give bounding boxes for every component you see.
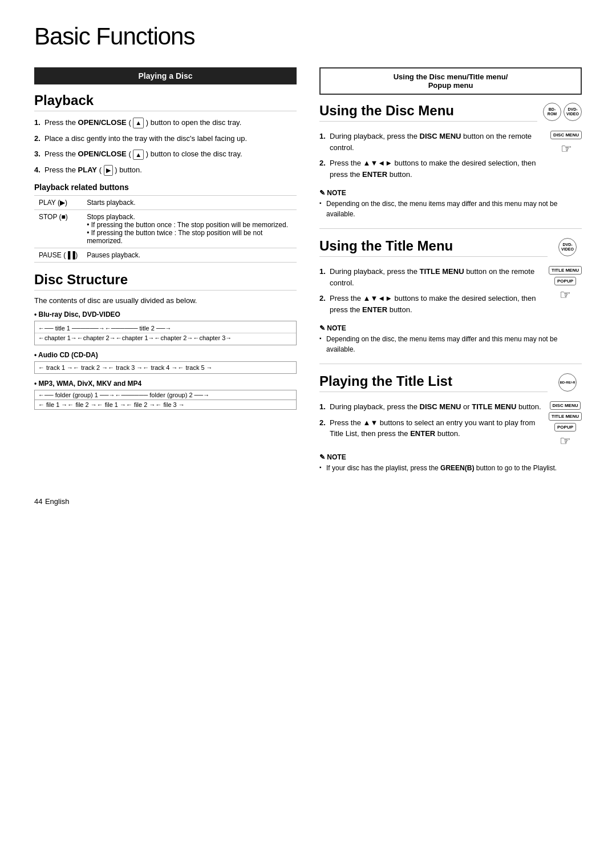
bluray-row-2: ←chapter 1→←chapter 2→←chapter 1→←chapte… [35,333,296,342]
disc-menu-icons: BD-ROM DVD-VIDEO [543,103,582,121]
mp3-row-1: ←── folder (group) 1 ──→←────── folder (… [34,390,297,400]
step-2: Place a disc gently into the tray with t… [34,133,297,144]
playback-table: PLAY (▶) Starts playback. STOP (■) Stops… [34,195,297,263]
table-row: PAUSE (▐▐) Pauses playback. [34,248,297,262]
title-menu-step-1: During playback, press the TITLE MENU bu… [319,266,543,288]
mp3-label: • MP3, WMA, DivX, MKV and MP4 [34,380,297,388]
step-4: Press the PLAY ( ▶ ) button. [34,164,297,176]
table-row: STOP (■) Stops playback. • If pressing t… [34,209,297,248]
play-value: Starts playback. [82,195,297,209]
title-menu-steps: During playback, press the TITLE MENU bu… [319,266,543,315]
playback-heading: Playback [34,92,297,111]
page-number: 44 English [34,496,582,506]
disc-structure-heading: Disc Structure [34,272,297,291]
related-buttons-heading: Playback related buttons [34,183,297,192]
mp3-row-2: ← file 1 →← file 2 →← file 1 →← file 2 →… [34,400,297,410]
disc-menu-heading: Using the Disc Menu [319,103,537,122]
title-list-heading: Playing the Title List [319,373,548,392]
disc-menu-step-1: During playback, press the DISC MENU but… [319,131,545,153]
bluray-diagram: ←── title 1 ──────→←────── title 2 ──→ ←… [34,321,297,345]
title-list-button-icons: DISC MENU TITLE MENU POPUP ☞ [549,401,582,449]
disc-menu-step-2: Press the ▲▼◄► buttons to make the desir… [319,158,545,180]
disc-menu-button-icon: DISC MENU ☞ [550,131,582,156]
right-section-bar: Using the Disc menu/Title menu/ Popup me… [319,67,582,95]
using-title-menu-section: Using the Title Menu DVD-VIDEO During pl… [319,238,582,354]
audio-cd-label: • Audio CD (CD-DA) [34,351,297,359]
step-1: Press the OPEN/CLOSE ( ▲ ) button to ope… [34,117,297,128]
pause-key: PAUSE (▐▐) [34,248,82,262]
title-list-step-1: During playback, press the DISC MENU or … [319,401,543,413]
play-key: PLAY (▶) [34,195,82,209]
bluray-label: • Blu-ray Disc, DVD-VIDEO [34,310,297,318]
title-menu-icons: DVD-VIDEO [553,238,582,256]
pause-value: Pauses playback. [82,248,297,262]
title-menu-step-2: Press the ▲▼◄► buttons to make the desir… [319,293,543,315]
playback-steps: Press the OPEN/CLOSE ( ▲ ) button to ope… [34,117,297,176]
disc-structure-intro: The contents of disc are usually divided… [34,296,297,305]
hand-icon: ☞ [561,142,572,156]
right-column: Using the Disc menu/Title menu/ Popup me… [319,67,582,479]
disc-menu-note: ✎ NOTE Depending on the disc, the menu i… [319,189,582,219]
dvd-video-badge-2: DVD-VIDEO [558,238,577,256]
step-3: Press the OPEN/CLOSE ( ▲ ) button to clo… [34,148,297,160]
bd-rom-badge: BD-ROM [543,103,561,121]
hand-icon-3: ☞ [560,434,571,449]
stop-value: Stops playback. • If pressing the button… [82,209,297,248]
playing-a-disc-bar: Playing a Disc [34,67,297,84]
playing-title-list-section: Playing the Title List BD-RE/-R During p… [319,373,582,473]
title-list-step-2: Press the ▲▼ buttons to select an entry … [319,417,543,439]
title-menu-heading: Using the Title Menu [319,238,548,257]
bd-re-r-badge: BD-RE/-R [558,373,577,392]
disc-menu-steps: During playback, press the DISC MENU but… [319,131,545,180]
bluray-row-1: ←── title 1 ──────→←────── title 2 ──→ [35,324,296,333]
title-list-icons: BD-RE/-R [553,373,582,392]
table-row: PLAY (▶) Starts playback. [34,195,297,209]
mp3-diagram: ←── folder (group) 1 ──→←────── folder (… [34,390,297,410]
title-menu-button-icons: TITLE MENU POPUP ☞ [549,266,582,302]
title-menu-note: ✎ NOTE Depending on the disc, the menu i… [319,324,582,354]
hand-icon-2: ☞ [560,288,571,302]
dvd-video-badge: DVD-VIDEO [564,103,582,121]
using-disc-menu-section: Using the Disc Menu BD-ROM DVD-VIDEO Dur… [319,103,582,219]
title-list-note: ✎ NOTE If your disc has the playlist, pr… [319,453,582,473]
audio-cd-diagram: ← track 1 →← track 2 →← track 3 →← track… [34,361,297,374]
page-title: Basic Functions [34,23,582,50]
left-column: Playing a Disc Playback Press the OPEN/C… [34,67,297,479]
stop-key: STOP (■) [34,209,82,248]
title-list-steps: During playback, press the DISC MENU or … [319,401,543,439]
